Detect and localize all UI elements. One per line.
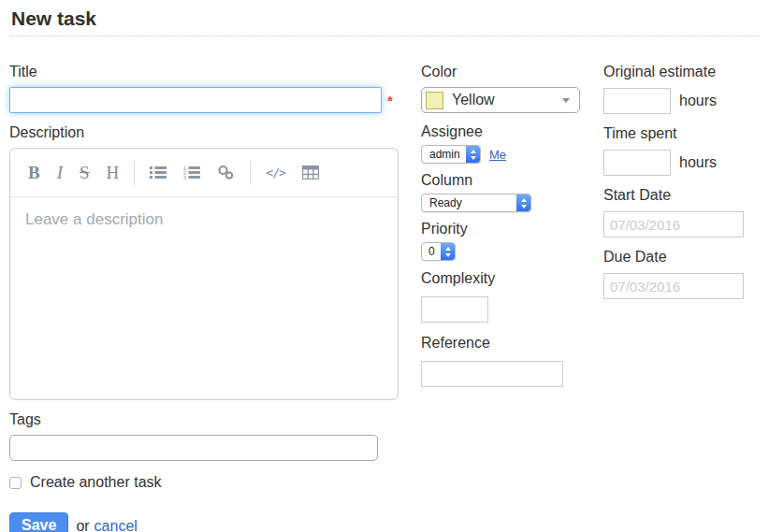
editor-toolbar: B I S H [10,149,398,197]
priority-selected-value: 0 [422,243,441,260]
description-label: Description [9,124,398,141]
original-estimate-label: Original estimate [603,64,769,80]
strikethrough-icon[interactable]: S [71,159,98,187]
right-column: Original estimate hours Time spent hours… [603,64,769,310]
original-estimate-input[interactable] [603,88,671,114]
complexity-group: Complexity [421,270,603,323]
assign-to-me-link[interactable]: Me [489,148,506,162]
due-date-label: Due Date [603,249,769,266]
complexity-label: Complexity [421,270,603,287]
time-spent-label: Time spent [603,125,769,142]
select-stepper-icon [441,243,455,260]
create-another-checkbox[interactable] [9,477,22,489]
reference-group: Reference [421,335,603,387]
color-selected-value: Yellow [452,92,495,108]
tags-group: Tags [9,411,398,461]
start-date-label: Start Date [603,187,769,204]
color-label: Color [421,64,603,80]
complexity-input[interactable] [421,296,488,323]
italic-icon[interactable]: I [49,159,71,187]
start-date-input[interactable] [603,211,744,237]
code-icon[interactable]: </> [257,159,293,187]
save-button[interactable]: Save [9,512,68,532]
reference-label: Reference [421,335,603,352]
ordered-list-icon[interactable]: 1 2 3 [175,159,209,187]
new-task-form: Title * Description B I S [9,64,760,532]
table-icon[interactable] [294,159,327,187]
left-column: Title * Description B I S [9,64,398,532]
column-select[interactable]: Ready [421,194,531,212]
required-asterisk: * [387,93,393,108]
column-label: Column [421,172,603,189]
priority-select[interactable]: 0 [421,242,456,261]
or-text: or [76,518,89,532]
original-estimate-group: Original estimate hours [603,64,769,114]
due-date-group: Due Date [603,249,769,299]
hours-suffix: hours [679,154,717,171]
reference-input[interactable] [421,361,563,387]
start-date-group: Start Date [603,187,769,237]
description-editor: B I S H [9,148,399,400]
middle-column: Color Yellow Assignee admin Me Column [421,64,603,398]
column-group: Column Ready [421,172,603,212]
assignee-select[interactable]: admin [421,145,481,164]
link-icon[interactable] [209,159,243,187]
tags-input[interactable] [9,435,378,461]
bold-icon[interactable]: B [20,159,49,187]
assignee-label: Assignee [421,123,603,140]
color-swatch-yellow [426,92,443,109]
svg-text:3: 3 [183,175,186,180]
cancel-link[interactable]: cancel [94,518,138,532]
select-stepper-icon [516,194,530,211]
assignee-group: Assignee admin Me [421,123,603,164]
due-date-input[interactable] [603,273,744,299]
chevron-down-icon [562,98,570,103]
time-spent-group: Time spent hours [603,125,769,176]
color-group: Color Yellow [421,64,603,113]
assignee-selected-value: admin [422,146,466,163]
create-another-row: Create another task [9,474,398,491]
title-group: Title * [9,64,398,113]
heading-divider [9,36,760,36]
priority-group: Priority 0 [421,221,603,261]
description-group: Description B I S H [9,124,398,400]
unordered-list-icon[interactable] [141,159,175,187]
hours-suffix: hours [679,93,717,109]
tags-label: Tags [9,411,398,428]
time-spent-input[interactable] [603,150,671,176]
column-selected-value: Ready [422,194,516,211]
color-dropdown[interactable]: Yellow [421,87,580,113]
create-another-label: Create another task [30,474,162,491]
toolbar-separator [134,161,135,185]
heading-icon[interactable]: H [98,159,128,187]
title-input[interactable] [9,87,382,113]
toolbar-separator [250,161,251,185]
description-textarea[interactable] [10,197,398,398]
title-label: Title [9,64,398,80]
priority-label: Priority [421,221,603,237]
form-actions: Save or cancel [9,512,398,532]
page-title: New task [11,7,760,36]
select-stepper-icon [466,146,480,163]
